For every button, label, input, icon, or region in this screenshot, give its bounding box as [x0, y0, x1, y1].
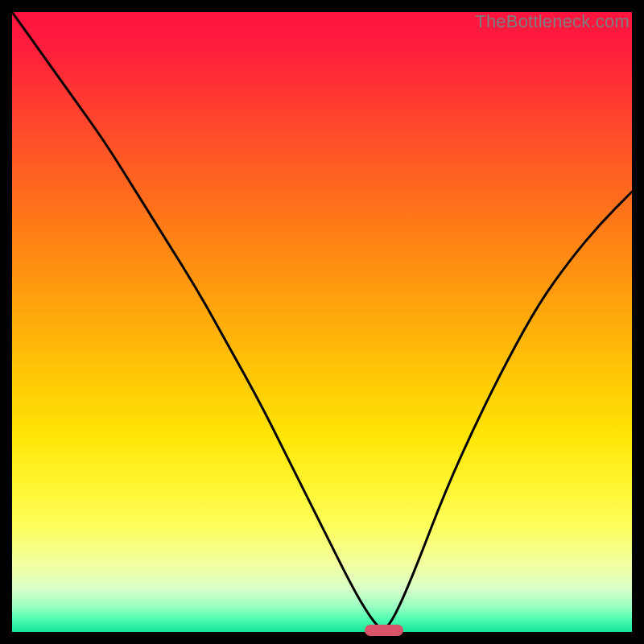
watermark-label: TheBottleneck.com — [475, 11, 630, 32]
bottleneck-curve — [12, 12, 632, 632]
curve-path — [12, 12, 632, 628]
plot-area — [12, 12, 632, 632]
minimum-marker — [365, 625, 403, 636]
chart-container: TheBottleneck.com — [0, 0, 644, 644]
